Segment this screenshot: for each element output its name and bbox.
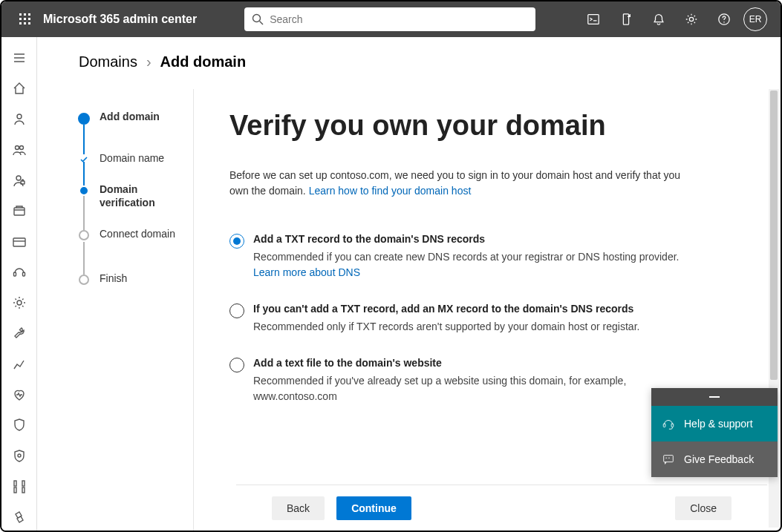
svg-rect-0 bbox=[19, 13, 22, 16]
svg-rect-6 bbox=[19, 22, 22, 24]
billing-icon[interactable] bbox=[4, 229, 34, 254]
home-icon[interactable] bbox=[4, 75, 34, 101]
svg-rect-1 bbox=[24, 13, 26, 16]
top-icon-group: ER bbox=[577, 1, 775, 37]
show-all-icon[interactable] bbox=[4, 505, 34, 531]
setup-icon[interactable] bbox=[4, 321, 34, 347]
svg-rect-32 bbox=[664, 456, 674, 462]
svg-point-13 bbox=[689, 17, 693, 21]
health-icon[interactable] bbox=[4, 381, 34, 407]
svg-point-15 bbox=[17, 114, 22, 119]
top-bar: Microsoft 365 admin center ER bbox=[1, 1, 781, 37]
minimize-handle[interactable] bbox=[651, 388, 778, 406]
bell-icon[interactable] bbox=[642, 1, 675, 37]
main-area: Domains › Add domain Add domain Domain n… bbox=[37, 37, 781, 531]
step-connect-domain: Connect domain bbox=[79, 227, 193, 272]
search-box[interactable] bbox=[244, 7, 535, 31]
svg-rect-21 bbox=[13, 238, 25, 246]
svg-rect-3 bbox=[19, 18, 22, 20]
breadcrumb-current: Add domain bbox=[160, 53, 247, 70]
radio-icon[interactable] bbox=[229, 234, 244, 249]
give-feedback-button[interactable]: Give Feedback bbox=[651, 441, 778, 477]
svg-rect-28 bbox=[14, 487, 16, 493]
chevron-right-icon: › bbox=[146, 53, 151, 70]
mobile-icon[interactable] bbox=[610, 1, 642, 37]
groups-icon[interactable] bbox=[4, 137, 34, 162]
step-domain-name: Domain name bbox=[79, 151, 193, 183]
breadcrumb: Domains › Add domain bbox=[37, 37, 781, 70]
svg-rect-7 bbox=[24, 22, 26, 24]
menu-icon[interactable] bbox=[4, 45, 34, 70]
svg-rect-5 bbox=[28, 18, 30, 20]
svg-rect-2 bbox=[28, 13, 30, 16]
search-container bbox=[244, 7, 535, 31]
back-button[interactable]: Back bbox=[272, 496, 325, 520]
reports-icon[interactable] bbox=[4, 351, 34, 377]
help-widget: Help & support Give Feedback bbox=[651, 388, 778, 477]
intro-link[interactable]: Learn how to find your domain host bbox=[309, 185, 472, 197]
roles-icon[interactable] bbox=[4, 167, 34, 193]
option-text-file[interactable]: Add a text file to the domain's website … bbox=[229, 357, 705, 404]
support-icon[interactable] bbox=[4, 259, 34, 285]
admin-centers-icon[interactable] bbox=[4, 473, 34, 499]
close-button[interactable]: Close bbox=[675, 496, 732, 520]
radio-icon[interactable] bbox=[229, 303, 244, 318]
settings-gear-icon[interactable] bbox=[675, 1, 708, 37]
svg-line-10 bbox=[260, 22, 264, 25]
security-icon[interactable] bbox=[4, 413, 34, 439]
users-icon[interactable] bbox=[4, 106, 34, 132]
svg-rect-4 bbox=[24, 18, 26, 20]
step-finish: Finish bbox=[79, 272, 193, 285]
resources-icon[interactable] bbox=[4, 198, 34, 224]
svg-point-18 bbox=[16, 176, 21, 180]
settings-icon[interactable] bbox=[4, 290, 34, 316]
nav-rail bbox=[1, 37, 37, 531]
wizard-footer: Back Continue Close bbox=[236, 485, 767, 531]
continue-button[interactable]: Continue bbox=[336, 496, 411, 520]
help-support-button[interactable]: Help & support bbox=[651, 406, 778, 441]
svg-rect-8 bbox=[28, 22, 30, 24]
svg-point-25 bbox=[18, 454, 21, 457]
step-add-domain: Add domain bbox=[79, 110, 193, 151]
svg-rect-19 bbox=[21, 181, 25, 184]
option-mx-record[interactable]: If you can't add a TXT record, add an MX… bbox=[229, 303, 705, 335]
svg-point-9 bbox=[253, 15, 261, 22]
compliance-icon[interactable] bbox=[4, 443, 34, 469]
svg-rect-20 bbox=[14, 208, 25, 215]
page-heading: Verify you own your domain bbox=[229, 110, 723, 142]
svg-rect-26 bbox=[14, 481, 16, 486]
app-launcher-icon[interactable] bbox=[7, 1, 43, 37]
svg-rect-29 bbox=[22, 487, 25, 493]
help-icon[interactable] bbox=[708, 1, 740, 37]
svg-point-24 bbox=[17, 301, 22, 305]
wizard-stepper: Add domain Domain name Domain verificati… bbox=[37, 89, 193, 531]
intro-text: Before we can set up contoso.com, we nee… bbox=[229, 168, 690, 199]
radio-icon[interactable] bbox=[229, 358, 244, 372]
svg-rect-11 bbox=[588, 15, 599, 24]
user-avatar[interactable]: ER bbox=[743, 7, 767, 31]
option-txt-record[interactable]: Add a TXT record to the domain's DNS rec… bbox=[229, 233, 705, 280]
svg-rect-27 bbox=[22, 481, 25, 486]
dns-link[interactable]: Learn more about DNS bbox=[253, 266, 360, 278]
step-domain-verification: Domain verification bbox=[79, 183, 193, 227]
headset-icon bbox=[662, 417, 675, 430]
breadcrumb-root[interactable]: Domains bbox=[79, 53, 137, 70]
feedback-icon bbox=[662, 453, 675, 466]
search-icon bbox=[252, 13, 264, 25]
svg-rect-12 bbox=[623, 14, 628, 24]
shell-icon[interactable] bbox=[577, 1, 610, 37]
svg-point-17 bbox=[19, 145, 23, 149]
app-title: Microsoft 365 admin center bbox=[43, 13, 197, 26]
search-input[interactable] bbox=[270, 13, 528, 25]
svg-point-16 bbox=[15, 145, 19, 149]
